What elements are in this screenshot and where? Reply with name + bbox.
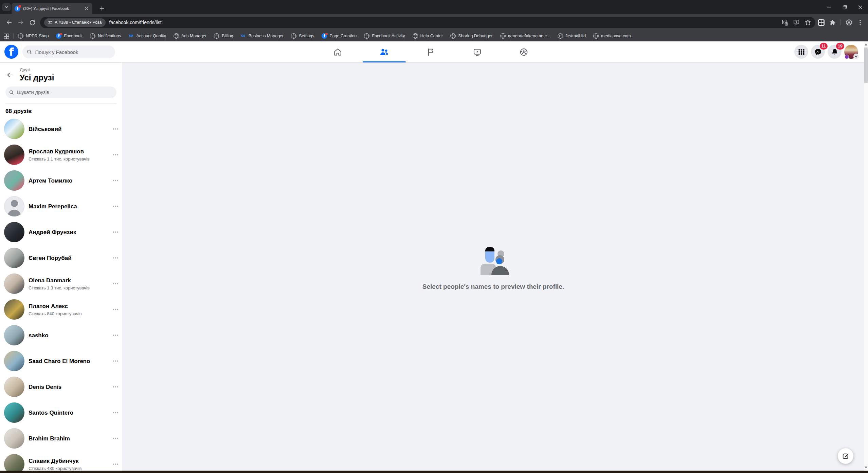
friend-avatar[interactable]	[4, 402, 24, 423]
minimize-button[interactable]	[821, 0, 837, 14]
bookmark-item[interactable]: generatefakename.c...	[500, 33, 550, 39]
messenger-button[interactable]: 11	[811, 45, 825, 59]
friend-avatar[interactable]	[4, 299, 24, 320]
friend-name[interactable]: Артем Томилко	[29, 177, 72, 184]
back-button-friends[interactable]	[3, 69, 16, 81]
extension-icon[interactable]	[818, 19, 825, 26]
bookmark-item[interactable]: Facebook Activity	[364, 33, 405, 39]
bookmark-item[interactable]: Sharing Debugger	[450, 33, 492, 39]
friend-name[interactable]: Brahim Brahim	[29, 435, 70, 442]
friend-list-item[interactable]: sashko	[0, 322, 122, 348]
address-bar[interactable]: А #188 - Степанюк Роза facebook.com/frie…	[40, 17, 815, 28]
friends-search[interactable]	[5, 87, 116, 98]
friend-name[interactable]: Славик Дубинчук	[29, 457, 82, 465]
friend-options-icon[interactable]	[115, 438, 116, 439]
bookmark-item[interactable]: Business Manager	[241, 33, 284, 39]
friend-name[interactable]: Андрей Фрунзик	[29, 229, 76, 236]
notifications-button[interactable]: 19	[828, 45, 842, 59]
profile-avatar[interactable]	[844, 45, 858, 59]
friend-list-item[interactable]: Артем Томилко	[0, 168, 122, 193]
bookmark-star-icon[interactable]	[804, 19, 811, 26]
new-tab-button[interactable]	[98, 4, 106, 13]
facebook-logo[interactable]	[4, 45, 18, 59]
browser-profile-icon[interactable]	[845, 19, 853, 26]
browser-tab[interactable]: (20+) Усі друзі | Facebook	[12, 3, 92, 14]
friend-name[interactable]: Maxim Perepelica	[29, 203, 77, 210]
nav-tab-pages[interactable]	[408, 41, 454, 62]
bookmark-item[interactable]: Page Creation	[322, 33, 357, 39]
friend-name[interactable]: Santos Quintero	[29, 409, 73, 416]
friend-list-item[interactable]: Maxim Perepelica	[0, 193, 122, 219]
profile-chip[interactable]: А #188 - Степанюк Роза	[44, 18, 106, 27]
friend-options-icon[interactable]	[115, 360, 116, 362]
friend-avatar[interactable]	[4, 273, 24, 294]
friend-options-icon[interactable]	[115, 257, 116, 259]
nav-tab-groups[interactable]	[501, 41, 547, 62]
friend-avatar[interactable]	[4, 170, 24, 191]
friend-options-icon[interactable]	[115, 128, 116, 130]
friend-name[interactable]: Платон Алекс	[29, 303, 82, 310]
bookmark-item[interactable]: Notifications	[90, 33, 121, 39]
friend-name[interactable]: Saad Charo El Moreno	[29, 358, 90, 365]
page-scrollbar[interactable]	[864, 41, 868, 471]
friend-options-icon[interactable]	[115, 309, 116, 310]
friend-list-item[interactable]: Славик Дубинчук Стежать 430 користувачів	[0, 451, 122, 471]
friend-list-item[interactable]: Olena Danmark Стежать 1,3 тис. користува…	[0, 271, 122, 297]
friend-options-icon[interactable]	[115, 231, 116, 233]
friend-avatar[interactable]	[4, 119, 24, 139]
bookmark-item[interactable]: NPPR Shop	[18, 33, 49, 39]
friend-list-item[interactable]: Saad Charo El Moreno	[0, 348, 122, 374]
close-window-button[interactable]	[852, 0, 868, 14]
facebook-search-input[interactable]	[35, 49, 111, 55]
browser-menu-icon[interactable]	[857, 19, 863, 25]
friend-name[interactable]: Військовий	[29, 126, 61, 133]
bookmark-item[interactable]: mediasova.com	[593, 33, 631, 39]
bookmark-item[interactable]: Ads Manager	[174, 33, 206, 39]
friend-avatar[interactable]	[4, 351, 24, 371]
friend-list-item[interactable]: Santos Quintero	[0, 400, 122, 425]
friend-options-icon[interactable]	[115, 180, 116, 181]
friend-name[interactable]: sashko	[29, 332, 49, 339]
friend-options-icon[interactable]	[115, 154, 116, 155]
friend-options-icon[interactable]	[115, 206, 116, 207]
translate-icon[interactable]: G	[782, 19, 788, 26]
friend-list-item[interactable]: Платон Алекс Стежать 840 користувачів	[0, 297, 122, 322]
bookmark-item[interactable]: Help Center	[413, 33, 443, 39]
apps-grid-icon[interactable]	[3, 33, 9, 39]
friend-avatar[interactable]	[4, 428, 24, 449]
nav-tab-watch[interactable]	[454, 41, 501, 62]
friend-list-item[interactable]: Андрей Фрунзик	[0, 219, 122, 245]
compose-fab[interactable]	[838, 448, 853, 464]
friend-avatar[interactable]	[4, 196, 24, 216]
extensions-puzzle-icon[interactable]	[829, 19, 836, 26]
friend-options-icon[interactable]	[115, 463, 116, 465]
friend-list-item[interactable]: Brahim Brahim	[0, 425, 122, 451]
friend-list-item[interactable]: Ярослав Кудряшов Стежать 1,1 тис. корист…	[0, 142, 122, 168]
restore-button[interactable]	[837, 0, 852, 14]
install-icon[interactable]	[793, 19, 800, 26]
friend-avatar[interactable]	[4, 325, 24, 345]
facebook-search[interactable]	[22, 45, 115, 58]
bookmark-item[interactable]: firstmail.ltd	[558, 33, 586, 39]
friend-list-item[interactable]: Denis Denis	[0, 374, 122, 400]
tab-close-button[interactable]	[84, 6, 89, 11]
forward-button[interactable]	[15, 17, 26, 28]
friend-avatar[interactable]	[4, 454, 24, 471]
bookmark-item[interactable]: Settings	[291, 33, 314, 39]
scrollbar-thumb[interactable]	[864, 48, 868, 83]
bookmark-item[interactable]: Billing	[214, 33, 233, 39]
friend-name[interactable]: Євген Порубай	[29, 254, 72, 262]
menu-grid-button[interactable]	[794, 45, 808, 59]
tab-search-button[interactable]	[2, 3, 11, 11]
scroll-up-icon[interactable]	[865, 43, 867, 45]
breadcrumb[interactable]: Друзі	[20, 67, 54, 73]
friend-name[interactable]: Ярослав Кудряшов	[29, 148, 90, 155]
friend-options-icon[interactable]	[115, 412, 116, 413]
nav-tab-home[interactable]	[314, 41, 361, 62]
bookmark-item[interactable]: Account Quality	[128, 33, 166, 39]
friend-avatar[interactable]	[4, 248, 24, 268]
friend-list-item[interactable]: Євген Порубай	[0, 245, 122, 271]
friend-options-icon[interactable]	[115, 335, 116, 336]
nav-tab-friends[interactable]	[361, 41, 408, 62]
scroll-down-icon[interactable]	[865, 467, 867, 469]
